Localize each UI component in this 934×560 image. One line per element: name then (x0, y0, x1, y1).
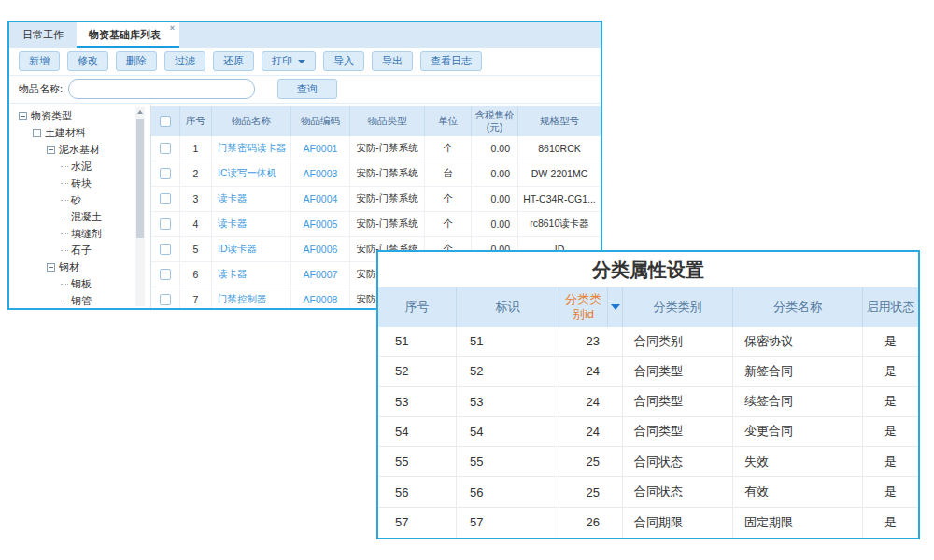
table-row[interactable]: 52 52 24 合同类型 新签合同 是 (378, 357, 918, 386)
col-unit: 单位 (425, 106, 472, 136)
scrollbar-thumb[interactable] (136, 119, 144, 238)
row-select-cell (151, 136, 180, 161)
tree-item[interactable]: 泥水基材 (9, 141, 150, 158)
collapse-icon[interactable] (47, 263, 55, 272)
sort-arrow-box[interactable] (607, 287, 622, 327)
row-checkbox[interactable] (160, 143, 171, 154)
tree-item-label: 物资类型 (31, 107, 72, 124)
tree-item[interactable]: 钢材 (9, 259, 150, 275)
tree-item-label: 填缝剂 (71, 225, 102, 242)
item-code-link[interactable]: AF0003 (291, 161, 350, 186)
close-tab-icon[interactable]: × (170, 24, 175, 33)
toolbar-button[interactable]: 打印 (262, 51, 316, 71)
table-header-row: 序号 物品名称 物品编码 物品类型 单位 含税售价(元) 规格型号 (151, 106, 601, 136)
item-name-input[interactable] (68, 79, 255, 99)
col-item-name: 物品名称 (212, 106, 291, 136)
collapse-icon[interactable] (47, 146, 55, 154)
toolbar-button[interactable]: 删除 (116, 51, 157, 71)
item-name-link[interactable]: 读卡器 (212, 187, 291, 211)
table-row[interactable]: 53 53 24 合同类型 续签合同 是 (378, 387, 918, 417)
item-code-link[interactable]: AF0007 (291, 262, 350, 287)
col-enabled-status: 启用状态 (863, 287, 918, 327)
identifier-cell: 57 (457, 508, 559, 538)
table-row[interactable]: 55 55 25 合同状态 失效 是 (378, 447, 918, 477)
toolbar-button[interactable]: 过滤 (164, 51, 205, 71)
table-row[interactable]: 1 门禁密码读卡器 AF0001 安防-门禁系统 个 0.00 8610RCK (151, 136, 601, 161)
seq-cell: 56 (378, 477, 457, 506)
category-name-cell: 保密协议 (733, 327, 863, 356)
tree-connector (61, 200, 68, 201)
table-row[interactable]: 54 54 24 合同类型 变更合同 是 (378, 417, 918, 447)
category-name-cell: 新签合同 (733, 357, 863, 385)
item-name-link[interactable]: 门禁密码读卡器 (212, 136, 291, 161)
item-code-link[interactable]: AF0006 (291, 237, 350, 261)
table-row[interactable]: 4 读卡器 AF0005 安防-门禁系统 个 0.00 rc8610读卡器 (151, 212, 601, 237)
row-checkbox[interactable] (160, 168, 171, 179)
toolbar-button[interactable]: 查看日志 (420, 51, 482, 71)
toolbar-button[interactable]: 还原 (213, 51, 254, 71)
item-name-link[interactable]: 读卡器 (212, 262, 291, 287)
category-name-cell: 固定期限 (733, 508, 863, 538)
item-name-link[interactable]: 门禁控制器 (212, 287, 291, 308)
spec-cell: rc8610读卡器 (518, 212, 601, 236)
scroll-up-icon[interactable] (135, 107, 145, 117)
spec-cell: HT-C34R-CG1... (518, 187, 601, 211)
category-id-cell: 24 (559, 387, 623, 416)
row-checkbox[interactable] (160, 218, 171, 230)
enabled-status-cell: 是 (863, 327, 918, 356)
tree-connector (61, 284, 68, 285)
seq-cell: 3 (180, 187, 212, 211)
item-name-link[interactable]: ID读卡器 (212, 237, 291, 261)
table-row[interactable]: 3 读卡器 AF0004 安防-门禁系统 个 0.00 HT-C34R-CG1.… (151, 187, 601, 212)
tree-item[interactable]: 石子 (9, 242, 150, 259)
tree-item[interactable]: 土建材料 (9, 124, 150, 141)
collapse-icon[interactable] (33, 129, 41, 137)
table-row[interactable]: 56 56 25 合同状态 有效 是 (378, 477, 918, 507)
item-name-link[interactable]: IC读写一体机 (212, 161, 291, 186)
tab-daily-work[interactable]: 日常工作 (9, 22, 77, 48)
col-seq: 序号 (180, 106, 212, 136)
row-checkbox[interactable] (160, 269, 171, 280)
enabled-status-cell: 是 (863, 387, 918, 416)
tree-item[interactable]: 水泥 (9, 158, 150, 175)
identifier-cell: 53 (457, 387, 559, 416)
table-row[interactable]: 51 51 23 合同类别 保密协议 是 (378, 327, 918, 357)
toolbar-button[interactable]: 新增 (19, 51, 60, 71)
row-checkbox[interactable] (160, 244, 171, 255)
item-code-link[interactable]: AF0004 (291, 187, 350, 211)
item-code-link[interactable]: AF0005 (291, 212, 350, 236)
tree-scrollbar[interactable] (135, 107, 145, 306)
tree-item[interactable]: 钢板 (9, 275, 150, 292)
tree-item[interactable]: 物资类型 (9, 107, 150, 124)
enabled-status-cell: 是 (863, 357, 918, 385)
row-checkbox[interactable] (160, 193, 171, 204)
tab-materials-library[interactable]: 物资基础库列表 × (77, 22, 179, 48)
spec-cell: 8610RCK (518, 136, 601, 161)
price-cell: 0.00 (472, 212, 518, 236)
toolbar-button[interactable]: 修改 (67, 51, 108, 71)
enabled-status-cell: 是 (863, 447, 918, 476)
col-category-name: 分类名称 (733, 287, 863, 327)
item-name-link[interactable]: 读卡器 (212, 212, 291, 236)
query-button[interactable]: 查询 (277, 79, 337, 99)
row-checkbox[interactable] (160, 294, 171, 305)
col-spec: 规格型号 (518, 106, 601, 136)
tree-item[interactable]: 砂 (9, 191, 150, 208)
col-category-id[interactable]: 分类类别id (559, 287, 623, 327)
select-all-checkbox[interactable] (160, 116, 171, 127)
table-row[interactable]: 57 57 26 合同期限 固定期限 是 (378, 508, 918, 538)
tree-item[interactable]: 填缝剂 (9, 225, 150, 242)
tree-item[interactable]: 混凝土 (9, 208, 150, 225)
table-row[interactable]: 2 IC读写一体机 AF0003 安防-门禁系统 台 0.00 DW-2201M… (151, 161, 601, 187)
toolbar-button[interactable]: 导出 (372, 51, 413, 71)
seq-cell: 6 (180, 262, 212, 287)
tree-item-label: 钢板 (71, 275, 92, 292)
seq-cell: 1 (180, 136, 212, 161)
tree-item[interactable]: 钢管 (9, 292, 150, 308)
toolbar-button[interactable]: 导入 (323, 51, 364, 71)
collapse-icon[interactable] (19, 112, 27, 120)
unit-cell: 台 (425, 161, 472, 186)
item-code-link[interactable]: AF0001 (291, 136, 350, 161)
tree-item[interactable]: 砖块 (9, 175, 150, 191)
item-code-link[interactable]: AF0008 (291, 287, 350, 308)
